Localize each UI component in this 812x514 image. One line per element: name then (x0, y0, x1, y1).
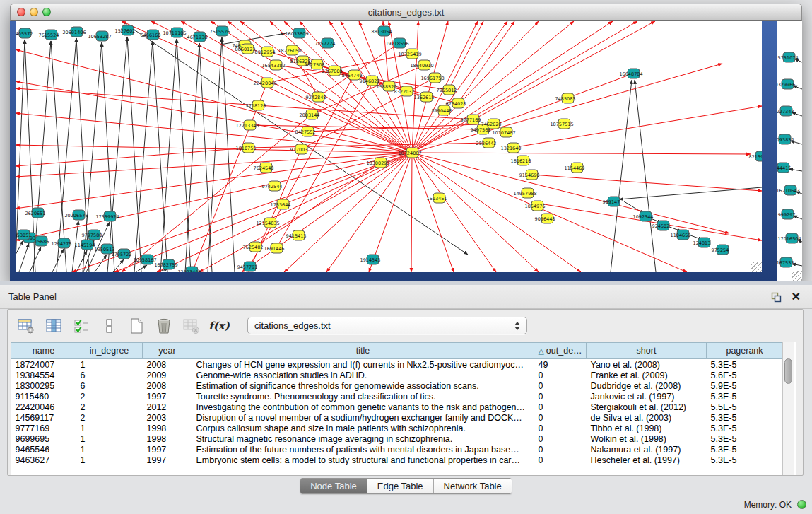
table-cell[interactable]: 9463627 (11, 455, 76, 465)
column-header[interactable]: in_degree (76, 343, 143, 359)
table-cell[interactable]: 0 (534, 433, 587, 444)
table-cell[interactable]: 0 (534, 423, 587, 433)
table-cell[interactable]: 0 (534, 380, 587, 391)
table-cell[interactable]: 49 (534, 359, 587, 370)
table-cell[interactable]: 5.3E-5 (707, 455, 783, 465)
table-cell[interactable]: 0 (534, 402, 587, 412)
table-cell[interactable]: 1 (76, 433, 143, 444)
table-row[interactable]: 946554611997Estimation of the future num… (11, 444, 783, 455)
table-cell[interactable]: 9699695 (11, 433, 76, 444)
tab-edge-table[interactable]: Edge Table (367, 479, 433, 493)
table-cell[interactable]: 2008 (143, 380, 192, 391)
table-cell[interactable]: Wolkin et al. (1998) (587, 433, 707, 444)
table-cell[interactable]: 18724007 (11, 359, 76, 370)
float-panel-icon[interactable] (770, 291, 782, 303)
table-row[interactable]: 1938455462009Genome-wide association stu… (11, 370, 783, 380)
table-cell[interactable]: Stergiakouli et al. (2012) (587, 402, 707, 412)
table-settings-button[interactable] (16, 316, 36, 336)
table-cell[interactable]: Nakamura et al. (1997) (587, 444, 707, 455)
table-cell[interactable]: Yano et al. (2008) (587, 359, 707, 370)
table-cell[interactable]: 5.6E-5 (707, 370, 783, 380)
table-cell[interactable]: 1998 (143, 423, 192, 433)
table-cell[interactable]: 1997 (143, 444, 192, 455)
table-cell[interactable]: Investigating the contribution of common… (192, 402, 534, 412)
table-cell[interactable]: Jankovic et al. (1997) (587, 391, 707, 402)
table-cell[interactable]: 5.9E-5 (707, 380, 783, 391)
table-cell[interactable]: Dudbridge et al. (2008) (587, 380, 707, 391)
table-cell[interactable]: Corpus callosum shape and size in male p… (192, 423, 534, 433)
table-cell[interactable]: 2 (76, 391, 143, 402)
network-canvas[interactable]: 6405572761552420691406106532871527602646… (16, 21, 762, 272)
table-cell[interactable]: 2 (76, 402, 143, 412)
table-cell[interactable]: 5.3E-5 (707, 359, 783, 370)
table-cell[interactable]: Tourette syndrome. Phenomenology and cla… (192, 391, 534, 402)
table-row[interactable]: 946362711997Embryonic stem cells: a mode… (11, 455, 783, 465)
table-cell[interactable]: 0 (534, 370, 587, 380)
table-cell[interactable]: Embryonic stem cells: a model to study s… (192, 455, 534, 465)
table-cell[interactable]: 5.3E-5 (707, 444, 783, 455)
table-cell[interactable]: 5.3E-5 (707, 412, 783, 423)
table-cell[interactable]: de Silva et al. (2003) (587, 412, 707, 423)
table-cell[interactable]: 5.3E-5 (707, 433, 783, 444)
close-panel-icon[interactable]: ✕ (792, 291, 801, 303)
table-cell[interactable]: 1997 (143, 455, 192, 465)
tab-network-table[interactable]: Network Table (433, 479, 512, 493)
table-cell[interactable]: 5.3E-5 (707, 423, 783, 433)
table-cell[interactable]: 2009 (143, 370, 192, 380)
table-cell[interactable]: 9115460 (11, 391, 76, 402)
table-cell[interactable]: 2008 (143, 359, 192, 370)
table-cell[interactable]: Franke et al. (2009) (587, 370, 707, 380)
secondary-network-canvas[interactable]: 1575107493299669227343120938321244415162… (777, 21, 802, 281)
table-cell[interactable]: 0 (534, 391, 587, 402)
table-cell[interactable]: 2003 (143, 412, 192, 423)
table-cell[interactable]: 9465546 (11, 444, 76, 455)
table-cell[interactable]: Estimation of the future numbers of pati… (192, 444, 534, 455)
table-cell[interactable]: 0 (534, 412, 587, 423)
resize-grip-icon[interactable] (792, 271, 802, 281)
table-cell[interactable]: 19384554 (11, 370, 76, 380)
show-column-button[interactable] (44, 316, 64, 336)
new-document-button[interactable] (126, 316, 146, 336)
column-header[interactable]: △out_de… (534, 343, 587, 359)
table-cell[interactable]: 6 (76, 380, 143, 391)
table-cell[interactable]: Disruption of a novel member of a sodium… (192, 412, 534, 423)
table-cell[interactable]: Estimation of significance thresholds fo… (192, 380, 534, 391)
table-cell[interactable]: Changes of HCN gene expression and I(f) … (192, 359, 534, 370)
table-row[interactable]: 911546021997Tourette syndrome. Phenomeno… (11, 391, 783, 402)
table-cell[interactable]: 1 (76, 455, 143, 465)
table-cell[interactable]: 2012 (143, 402, 192, 412)
window-titlebar[interactable]: citations_edges.txt (10, 4, 802, 21)
vertical-scrollbar[interactable] (782, 342, 794, 475)
table-cell[interactable]: 1998 (143, 433, 192, 444)
table-row[interactable]: 977716911998Corpus callosum shape and si… (11, 423, 783, 433)
column-header[interactable]: short (587, 343, 707, 359)
table-cell[interactable]: 18300295 (11, 380, 76, 391)
table-row[interactable]: 1872400712008Changes of HCN gene express… (11, 359, 783, 370)
select-rows-button[interactable] (71, 316, 91, 336)
table-cell[interactable]: 1 (76, 444, 143, 455)
table-cell[interactable]: 6 (76, 370, 143, 380)
zoom-window-button[interactable] (42, 8, 51, 16)
column-header[interactable]: year (143, 343, 192, 359)
resize-grip-icon[interactable] (751, 262, 762, 272)
table-row[interactable]: 969969511998Structural magnetic resonanc… (11, 433, 783, 444)
close-window-button[interactable] (17, 8, 25, 16)
function-builder-button[interactable]: f(x) (209, 316, 229, 336)
column-header[interactable]: name (11, 343, 76, 359)
table-cell[interactable]: Tibbo et al. (1998) (587, 423, 707, 433)
table-row[interactable]: 1830029562008Estimation of significance … (11, 380, 783, 391)
table-cell[interactable]: Genome-wide association studies in ADHD. (192, 370, 534, 380)
table-cell[interactable]: 5.5E-5 (707, 402, 783, 412)
minimize-window-button[interactable] (30, 8, 38, 16)
table-cell[interactable]: Structural magnetic resonance image aver… (192, 433, 534, 444)
table-cell[interactable]: 5.3E-5 (707, 391, 783, 402)
tab-node-table[interactable]: Node Table (300, 479, 367, 493)
table-row[interactable]: 2242004622012Investigating the contribut… (11, 402, 783, 412)
table-cell[interactable]: 1 (76, 359, 143, 370)
table-cell[interactable]: Hescheler et al. (1997) (587, 455, 707, 465)
table-cell[interactable]: 0 (534, 444, 587, 455)
table-row[interactable]: 1456911722003Disruption of a novel membe… (11, 412, 783, 423)
scrollbar-thumb[interactable] (784, 358, 792, 384)
delete-table-button-disabled[interactable] (182, 316, 201, 336)
table-cell[interactable]: 22420046 (11, 402, 76, 412)
